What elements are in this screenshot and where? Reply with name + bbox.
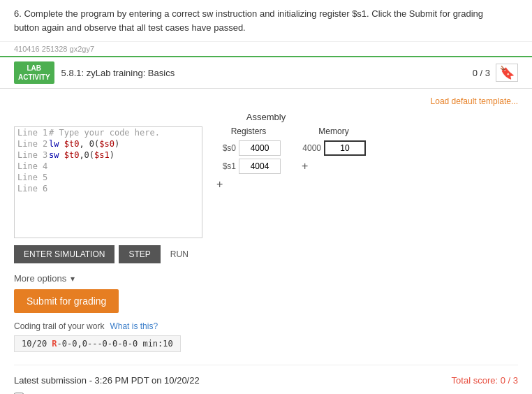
code-editor[interactable]: Line 1 # Type your code here. Line 2 lw … xyxy=(14,126,202,238)
step-number: 6. xyxy=(14,8,22,19)
code-line-2: Line 2 lw $t0, 0($s0) xyxy=(15,138,202,149)
submit-for-grading-button[interactable]: Submit for grading xyxy=(14,289,119,313)
load-default-section: Load default template... xyxy=(14,96,518,106)
instruction-text: Complete the program by entering a corre… xyxy=(14,8,483,33)
mem-addr-4000: 4000 xyxy=(302,143,321,153)
load-default-link[interactable]: Load default template... xyxy=(431,96,518,106)
latest-submission-section: Latest submission - 3:26 PM PDT on 10/20… xyxy=(14,365,518,394)
editor-area: Line 1 # Type your code here. Line 2 lw … xyxy=(14,126,518,238)
code-line-6: Line 6 xyxy=(15,183,202,194)
submission-title: Latest submission - 3:26 PM PDT on 10/20… xyxy=(14,375,200,386)
breadcrumb: 410416 251328 gx2gy7 xyxy=(0,42,532,56)
reg-s1-input[interactable] xyxy=(239,159,281,174)
registers-section: Registers $s0 $s1 + xyxy=(216,126,281,191)
bookmark-icon[interactable]: 🔖 xyxy=(496,64,518,82)
memory-title: Memory xyxy=(302,126,366,136)
memory-4000-row: 4000 xyxy=(302,140,366,156)
registers-title: Registers xyxy=(216,126,281,136)
code-line-3: Line 3 sw $t0,0($s1) xyxy=(15,149,202,161)
chevron-down-icon[interactable]: ▾ xyxy=(71,274,75,284)
coding-trail-row: Coding trail of your work What is this? xyxy=(14,321,518,331)
register-s0-row: $s0 xyxy=(216,140,281,156)
submission-header: Latest submission - 3:26 PM PDT on 10/20… xyxy=(14,375,518,386)
top-instruction: 6. Complete the program by entering a co… xyxy=(0,0,532,42)
main-content: Load default template... Assembly Line 1… xyxy=(0,89,532,394)
lab-badge: LAB ACTIVITY xyxy=(14,61,54,84)
run-button[interactable]: RUN xyxy=(165,245,194,263)
lab-score: 0 / 3 xyxy=(473,68,490,78)
enter-simulation-button[interactable]: ENTER SIMULATION xyxy=(14,245,114,263)
registers-memory-panel: Registers $s0 $s1 + Memory 4000 + xyxy=(216,126,366,191)
assembly-label: Assembly xyxy=(14,112,518,122)
lab-header: LAB ACTIVITY 5.8.1: zyLab training: Basi… xyxy=(0,56,532,89)
more-options-label[interactable]: More options xyxy=(14,273,66,284)
step-button[interactable]: STEP xyxy=(119,245,160,263)
total-score: Total score: 0 / 3 xyxy=(452,375,518,386)
code-line-1: Line 1 # Type your code here. xyxy=(15,127,202,138)
coding-trail-value: 10/20 R-0-0,0---0-0-0-0 min:10 xyxy=(14,335,181,352)
code-line-4: Line 4 xyxy=(15,161,202,172)
what-is-this-link[interactable]: What is this? xyxy=(110,321,158,331)
reg-s0-input[interactable] xyxy=(239,140,281,156)
add-register-button[interactable]: + xyxy=(216,178,223,191)
reg-s1-label: $s1 xyxy=(216,161,236,171)
coding-trail-label: Coding trail of your work xyxy=(14,321,104,331)
mem-4000-input[interactable] xyxy=(324,140,366,156)
memory-section: Memory 4000 + xyxy=(302,126,366,191)
add-memory-button[interactable]: + xyxy=(302,160,308,173)
lab-title: 5.8.1: zyLab training: Basics xyxy=(61,68,473,78)
reg-s0-label: $s0 xyxy=(216,143,236,153)
register-s1-row: $s1 xyxy=(216,159,281,174)
code-line-5: Line 5 xyxy=(15,172,202,183)
simulation-buttons: ENTER SIMULATION STEP RUN xyxy=(14,245,518,263)
more-options-row: More options ▾ xyxy=(14,273,518,284)
